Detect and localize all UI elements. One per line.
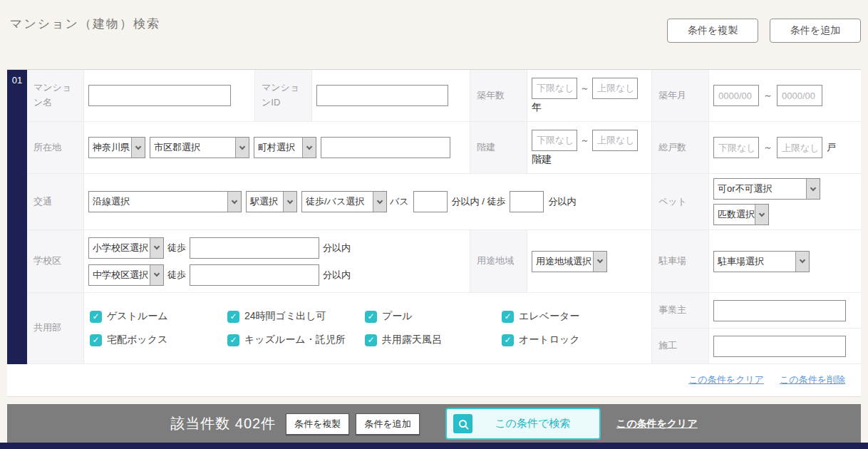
built-date-min-input[interactable] — [713, 85, 759, 106]
check-icon: ✓ — [227, 311, 239, 323]
condition-number-text: 01 — [12, 75, 22, 86]
result-bar: 該当件数 402件 条件を複製 条件を追加 この条件で検索 この条件をクリア — [7, 404, 861, 443]
footer-bar — [0, 443, 868, 449]
check-icon: ✓ — [365, 334, 377, 346]
mansion-name-input[interactable] — [88, 85, 231, 106]
floors-min-input[interactable] — [532, 130, 577, 151]
location-label: 所在地 — [27, 122, 84, 173]
bus-minutes-input[interactable] — [413, 191, 448, 212]
common-area-label: 共用部 — [27, 293, 84, 363]
built-date-max-input[interactable] — [777, 85, 822, 106]
add-condition-button[interactable]: 条件を追加 — [770, 19, 861, 43]
row-school-zoning-parking: 学校区 小学校区選択 徒歩 分以内 — [27, 230, 861, 293]
range-tilde: ～ — [580, 82, 589, 95]
checkbox-kids-room[interactable]: ✓ キッズルーム・託児所 — [227, 334, 365, 346]
school-district-label: 学校区 — [27, 230, 84, 292]
floors-max-input[interactable] — [592, 130, 638, 151]
checkbox-open-air-bath[interactable]: ✓ 共用露天風呂 — [365, 334, 502, 346]
total-units-unit: 戸 — [827, 141, 836, 154]
builder-input[interactable] — [713, 336, 846, 357]
junior-high-school-select[interactable]: 中学校区選択 — [88, 264, 164, 286]
chevron-down-icon — [283, 192, 296, 212]
chevron-down-icon — [131, 138, 145, 158]
floors-label: 階建 — [470, 122, 527, 173]
pet-label: ペット — [652, 174, 709, 229]
elementary-school-select[interactable]: 小学校区選択 — [88, 237, 164, 259]
town-select[interactable]: 町村選択 — [254, 137, 316, 158]
checkbox-delivery-box[interactable]: ✓ 宅配ボックス — [90, 334, 227, 346]
checkbox-auto-lock[interactable]: ✓ オートロック — [502, 334, 634, 346]
condition-number: 01 — [7, 70, 27, 364]
location-free-input[interactable] — [321, 137, 450, 158]
floors-unit: 階建 — [532, 153, 638, 166]
range-tilde: ～ — [763, 89, 773, 102]
row-transport-pet: 交通 沿線選択 駅選択 徒歩/バス選択 バス — [27, 174, 861, 230]
mansion-id-input[interactable] — [316, 85, 448, 106]
building-age-unit: 年 — [532, 101, 638, 114]
checkbox-elevator[interactable]: ✓ エレベーター — [502, 310, 634, 323]
walk-unit-label: 分以内 — [323, 242, 351, 254]
range-tilde: ～ — [580, 134, 589, 147]
header: マンション（建物）検索 条件を複製 条件を追加 — [0, 0, 868, 69]
header-buttons: 条件を複製 条件を追加 — [667, 19, 861, 43]
check-icon: ✓ — [90, 334, 102, 346]
total-units-label: 総戸数 — [652, 122, 709, 173]
search-button[interactable]: この条件で検索 — [445, 408, 601, 440]
building-age-max-input[interactable] — [592, 78, 638, 99]
zoning-select[interactable]: 用途地域選択 — [532, 251, 607, 272]
train-line-select[interactable]: 沿線選択 — [88, 191, 242, 212]
clear-condition-link[interactable]: この条件をクリア — [688, 373, 764, 386]
walk-bus-select[interactable]: 徒歩/バス選択 — [301, 191, 387, 212]
building-age-label: 築年数 — [470, 70, 527, 121]
check-icon: ✓ — [502, 311, 514, 323]
search-icon — [453, 414, 472, 433]
mansion-id-label: マンションID — [255, 70, 312, 121]
parking-select[interactable]: 駐車場選択 — [713, 251, 810, 272]
condition-panel: 01 マンション名 マンションID 築年数 ～ — [7, 69, 861, 397]
pet-allowed-select[interactable]: 可or不可選択 — [713, 178, 820, 200]
check-icon: ✓ — [227, 334, 239, 346]
chevron-down-icon — [373, 192, 386, 212]
duplicate-condition-button[interactable]: 条件を複製 — [667, 19, 758, 43]
add-condition-button-bottom[interactable]: 条件を追加 — [356, 413, 419, 435]
zoning-label: 用途地域 — [470, 230, 527, 292]
total-units-max-input[interactable] — [777, 137, 822, 158]
chevron-down-icon — [150, 265, 163, 285]
duplicate-condition-button-bottom[interactable]: 条件を複製 — [286, 413, 349, 435]
parking-label: 駐車場 — [652, 230, 709, 292]
checkbox-24h-garbage[interactable]: ✓ 24時間ゴミ出し可 — [227, 310, 365, 323]
row-common-developer-builder: 共用部 ✓ ゲストルーム ✓ 24時間ゴミ出し可 ✓ プール — [27, 293, 861, 364]
chevron-down-icon — [755, 205, 768, 224]
chevron-down-icon — [235, 138, 249, 158]
developer-input[interactable] — [713, 300, 846, 321]
station-select[interactable]: 駅選択 — [246, 191, 297, 212]
chevron-down-icon — [150, 238, 163, 258]
checkbox-guest-room[interactable]: ✓ ゲストルーム — [90, 310, 227, 323]
chevron-down-icon — [302, 138, 316, 158]
walk-unit-label: 分以内 — [548, 195, 576, 208]
city-select[interactable]: 市区郡選択 — [150, 137, 249, 158]
total-units-min-input[interactable] — [713, 137, 759, 158]
pet-count-select[interactable]: 匹数選択 — [713, 204, 769, 225]
delete-condition-link[interactable]: この条件を削除 — [780, 373, 845, 386]
walk-unit-label: 分以内 — [323, 269, 351, 282]
clear-condition-link-bottom[interactable]: この条件をクリア — [616, 418, 698, 430]
walk-minutes-input[interactable] — [510, 191, 544, 212]
building-age-min-input[interactable] — [532, 78, 577, 99]
row-name-id-age: マンション名 マンションID 築年数 ～ 年 — [27, 70, 861, 122]
range-tilde: ～ — [763, 141, 773, 154]
chevron-down-icon — [593, 252, 606, 272]
condition-links: この条件をクリア この条件を削除 — [7, 364, 861, 396]
result-count-label: 該当件数 — [170, 416, 230, 431]
junior-high-walk-minutes-input[interactable] — [190, 264, 319, 286]
walk-label: 徒歩 — [167, 269, 186, 282]
prefecture-select[interactable]: 神奈川県 — [88, 137, 145, 158]
chevron-down-icon — [795, 252, 809, 272]
transport-label: 交通 — [27, 174, 84, 229]
walk-label: 徒歩 — [167, 242, 186, 254]
chevron-down-icon — [806, 179, 820, 199]
result-count-value: 402件 — [235, 416, 276, 431]
checkbox-pool[interactable]: ✓ プール — [365, 310, 502, 323]
result-count: 該当件数 402件 — [170, 414, 276, 433]
elementary-walk-minutes-input[interactable] — [190, 237, 319, 259]
